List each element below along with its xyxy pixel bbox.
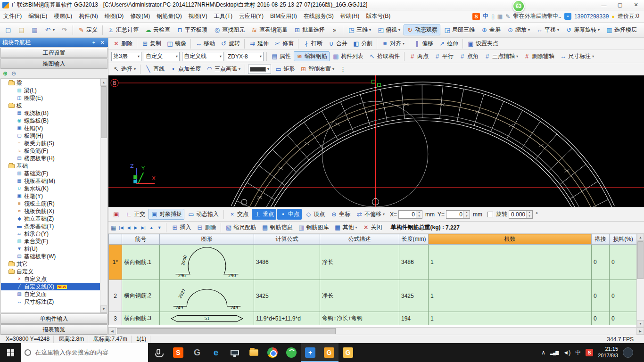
menubar-item[interactable]: 修改(M): [127, 10, 153, 22]
menubar-item[interactable]: 文件(F): [0, 10, 25, 22]
save-button[interactable]: ▦: [28, 25, 41, 34]
offset-button[interactable]: ∥偏移: [411, 39, 436, 49]
file-explorer-taskbar-button[interactable]: [244, 343, 263, 362]
tree-leaf[interactable]: ≡板受力筋(S): [1, 140, 100, 147]
g-assistant-taskbar-button[interactable]: G: [188, 343, 206, 362]
edit-rebar-button[interactable]: ≋编辑钢筋: [294, 51, 330, 61]
col-header[interactable]: 公式描述: [320, 234, 399, 245]
cloud-check-button[interactable]: ☁云检查: [142, 25, 173, 35]
view-3d-button[interactable]: ◳三维▾: [345, 25, 374, 35]
menubar-item[interactable]: BIM应用(I): [267, 10, 300, 22]
news-ticker[interactable]: 带在外墙后浇带中..: [513, 12, 561, 20]
browser-360-taskbar-button[interactable]: [282, 343, 301, 362]
delete-row-button[interactable]: ⊟删除: [194, 222, 219, 232]
category-select[interactable]: 自定义▾: [144, 52, 180, 61]
table-row[interactable]: 3 横向钢筋.3 51 11.9*d+51+11.9*d 弯钩+净长+弯钩: [109, 312, 637, 325]
menubar-item[interactable]: 构件(N): [75, 10, 101, 22]
edge-taskbar-button[interactable]: e: [206, 343, 225, 362]
single-component-input-tab[interactable]: 单构件输入: [0, 313, 107, 324]
network-icon[interactable]: ▂▄▆: [550, 350, 558, 355]
rotate-button[interactable]: ↺旋转: [218, 39, 242, 49]
accelerator-ball[interactable]: 63: [512, 0, 525, 12]
volume-icon[interactable]: ◄): [563, 349, 570, 356]
tree-leaf[interactable]: ▦现浇板(B): [1, 109, 100, 117]
table-horizontal-scrollbar[interactable]: ◀ ▶: [108, 327, 644, 335]
report-preview-tab[interactable]: 报表预览: [0, 324, 107, 335]
summary-calc-button[interactable]: Σ汇总计算: [105, 25, 141, 35]
sogou-taskbar-button[interactable]: S: [169, 343, 188, 362]
tree-leaf[interactable]: ▦筏板基础(M): [1, 177, 100, 185]
record-nav-button[interactable]: ▶: [133, 224, 139, 231]
chrome-taskbar-button[interactable]: [263, 343, 282, 362]
menubar-item[interactable]: 云应用(Y): [236, 10, 267, 22]
menubar-item[interactable]: 钢筋量(Q): [153, 10, 185, 22]
screen-rotate-button[interactable]: ↺屏幕旋转▾: [562, 25, 603, 35]
no-offset-button[interactable]: ⇄不偏移▾: [354, 209, 387, 220]
table-row[interactable]: 2 横向钢筋.2 249 249 2927: [109, 280, 637, 312]
col-header[interactable]: 损耗(%): [610, 234, 637, 245]
redo-button[interactable]: ↷: [58, 25, 71, 34]
intersection-snap-button[interactable]: ×交点: [226, 209, 251, 220]
arc-3pt-button[interactable]: ◠三点画弧▾: [204, 64, 243, 74]
start-button[interactable]: [0, 343, 21, 362]
scroll-left-icon[interactable]: ◀: [108, 328, 116, 335]
tree-leaf[interactable]: ∪集水坑(K): [1, 185, 100, 192]
trim-button[interactable]: ✂修剪: [272, 39, 296, 49]
record-nav-button[interactable]: ▲: [148, 224, 155, 231]
col-header[interactable]: 筋号: [122, 234, 160, 245]
close-button[interactable]: ✕: [628, 0, 644, 10]
delete-button[interactable]: ✕删除: [110, 39, 135, 49]
local-3d-button[interactable]: ◲局部三维: [441, 25, 478, 35]
drawing-input-tab[interactable]: 绘图输入: [0, 58, 107, 69]
menubar-item[interactable]: 在线服务(S): [300, 10, 337, 22]
col-header[interactable]: 搭接: [592, 234, 610, 245]
table-row[interactable]: 1* 横向钢筋.1 296 290 2900: [109, 245, 637, 280]
undo-button[interactable]: ↶▾: [41, 25, 58, 34]
smart-layout-button[interactable]: ⊞智能布置▾: [297, 64, 337, 74]
tree-leaf[interactable]: ▣柱帽(V): [1, 124, 100, 132]
line-style-select[interactable]: ▾: [248, 65, 271, 74]
ime-language-indicator[interactable]: 中: [483, 12, 488, 20]
tree-leaf[interactable]: ▤基础板带(W): [1, 253, 100, 260]
align-button[interactable]: ≡对齐▾: [379, 39, 407, 49]
record-nav-button[interactable]: ▼: [156, 224, 163, 231]
tree-leaf[interactable]: ▣柱墩(Y): [1, 192, 100, 200]
rotate-input[interactable]: 0.000 ▲▼: [509, 210, 533, 219]
tree-group[interactable]: 自定义: [1, 268, 100, 275]
top-view-button[interactable]: ◰俯视▾: [374, 25, 403, 35]
pin-icon[interactable]: +: [91, 40, 97, 45]
vertex-snap-button[interactable]: ◇顶点: [303, 209, 327, 220]
rebar-library-button[interactable]: ▥钢筋图库: [296, 222, 331, 232]
y-spinner[interactable]: ▲▼: [463, 211, 470, 218]
extend-button[interactable]: ⇉延伸: [247, 39, 271, 49]
mirror-button[interactable]: ◫镜像: [164, 39, 189, 49]
scroll-down-icon[interactable]: ▼: [100, 305, 107, 313]
computer-taskbar-button[interactable]: [225, 343, 244, 362]
tree-leaf[interactable]: ▬条形基础(T): [1, 222, 100, 230]
menubar-item[interactable]: 工具(T): [211, 10, 236, 22]
scroll-thumb[interactable]: [117, 328, 336, 334]
ggj-running-taskbar-button[interactable]: G: [320, 343, 339, 362]
col-header[interactable]: 计算公式: [254, 234, 320, 245]
overflow-chevron-button[interactable]: »: [328, 25, 341, 34]
ime-tools-icon[interactable]: ✎: [505, 13, 510, 20]
tree-leaf[interactable]: ◉螺旋板(B): [1, 117, 100, 124]
define-button[interactable]: ✎定义: [75, 25, 100, 35]
y-coord-input[interactable]: 0 ▲▼: [446, 210, 470, 219]
midpoint-snap-button[interactable]: •中点: [277, 209, 302, 220]
stretch-button[interactable]: ↗拉伸: [436, 39, 461, 49]
tree-leaf[interactable]: ▨自定义面: [1, 290, 100, 298]
menubar-item[interactable]: 楼层(L): [50, 10, 75, 22]
grip-settings-button[interactable]: ▣设置夹点: [465, 39, 501, 49]
minimize-button[interactable]: —: [596, 0, 612, 10]
align-slab-top-button[interactable]: ⊓平齐板顶: [173, 25, 210, 35]
tree-leaf[interactable]: ↔尺寸标注(Z): [1, 298, 100, 305]
project-settings-tab[interactable]: 工程设置: [0, 48, 107, 58]
merge-button[interactable]: ∪合并: [325, 39, 350, 49]
insert-row-button[interactable]: ⊞插入: [169, 222, 194, 232]
element-select[interactable]: ZDYX-8▾: [226, 52, 264, 61]
copy-button[interactable]: ⊞复制: [139, 39, 164, 49]
input-language-indicator[interactable]: 中: [575, 349, 581, 357]
menubar-item[interactable]: 视图(V): [185, 10, 211, 22]
tree-leaf[interactable]: ╱自定义线(X)NEW: [1, 283, 100, 290]
